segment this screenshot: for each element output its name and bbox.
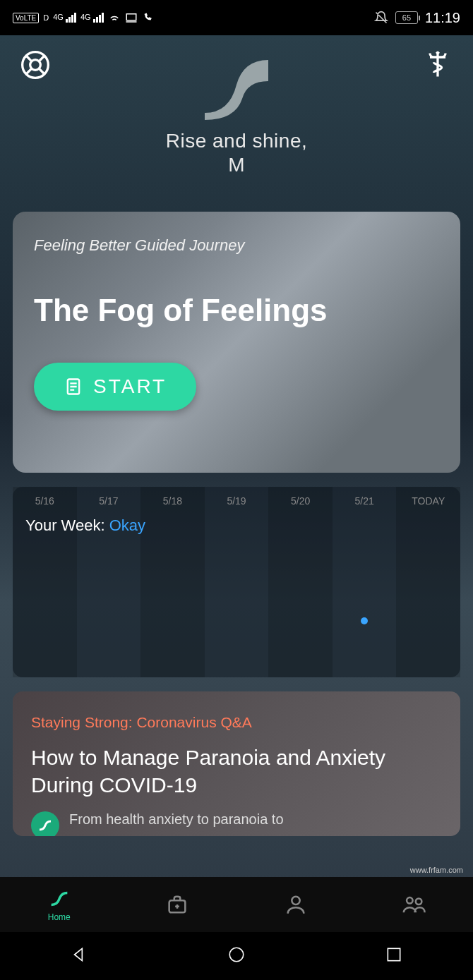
day-col: 5/19 <box>205 487 269 677</box>
net-label-1: 4G <box>53 13 64 21</box>
article-desc: From health anxiety to paranoia to <box>69 811 284 828</box>
circle-home-icon <box>227 945 246 964</box>
volte-badge: VoLTE <box>13 13 39 23</box>
day-col: 5/17 <box>77 487 141 677</box>
home-button[interactable] <box>227 945 246 967</box>
day-col: 5/16 <box>13 487 77 677</box>
triangle-back-icon <box>70 945 88 964</box>
journey-card[interactable]: Feeling Better Guided Journey The Fog of… <box>13 212 460 473</box>
svg-point-8 <box>229 948 244 962</box>
lifebuoy-icon <box>20 49 51 80</box>
nav-home[interactable]: Home <box>0 877 119 932</box>
wifi-icon <box>108 11 121 24</box>
day-col: 5/18 <box>140 487 205 677</box>
d-indicator: D <box>43 13 49 22</box>
svg-point-2 <box>30 60 41 71</box>
day-col: 5/20 <box>268 487 333 677</box>
watermark: www.frfam.com <box>410 866 463 874</box>
status-bar: VoLTE D 4G 4G 65 11:19 <box>0 0 473 35</box>
start-button[interactable]: START <box>34 363 196 411</box>
week-summary: Your Week: Okay <box>25 516 145 535</box>
briefcase-plus-icon <box>165 893 189 917</box>
article-tag: Staying Strong: Coronavirus Q&A <box>31 714 442 731</box>
journey-title: The Fog of Feelings <box>34 294 439 327</box>
help-button[interactable] <box>20 49 51 80</box>
svg-rect-0 <box>126 14 136 20</box>
article-card[interactable]: Staying Strong: Coronavirus Q&A How to M… <box>13 691 460 836</box>
recents-button[interactable] <box>385 945 403 967</box>
svg-rect-9 <box>388 948 400 960</box>
back-button[interactable] <box>70 945 88 967</box>
day-col: 5/21 <box>333 487 397 677</box>
nav-kit[interactable] <box>119 877 237 932</box>
start-label: START <box>93 375 167 398</box>
day-col: TODAY <box>396 487 460 677</box>
clock-time: 11:19 <box>425 10 460 26</box>
svg-point-6 <box>407 897 413 904</box>
app-logo-icon <box>194 49 279 127</box>
medical-button[interactable] <box>422 49 453 80</box>
monitor-icon <box>125 11 138 24</box>
week-card[interactable]: 5/16 5/17 5/18 5/19 5/20 5/21 TODAY Your… <box>13 487 460 677</box>
home-swish-icon <box>47 887 71 911</box>
bell-off-icon <box>374 11 388 25</box>
caduceus-icon <box>422 49 453 80</box>
signal-icon <box>93 13 104 23</box>
svg-point-7 <box>416 899 422 905</box>
greeting-text: Rise and shine, <box>51 130 422 152</box>
people-icon <box>402 893 426 917</box>
nav-profile[interactable] <box>236 877 355 932</box>
person-icon <box>284 893 308 917</box>
square-recents-icon <box>385 945 403 964</box>
mood-dot <box>361 617 368 624</box>
nav-community[interactable] <box>355 877 474 932</box>
greeting-name: M <box>51 154 422 176</box>
android-nav-bar <box>0 932 473 980</box>
bottom-nav: Home <box>0 877 473 932</box>
document-icon <box>64 377 83 397</box>
signal-icon <box>66 13 76 23</box>
battery-icon: 65 <box>395 11 418 24</box>
svg-point-5 <box>292 897 299 905</box>
journey-subtitle: Feeling Better Guided Journey <box>34 236 439 255</box>
article-title: How to Manage Paranoia and Anxiety Durin… <box>31 744 442 799</box>
phone-icon <box>142 11 155 24</box>
nav-home-label: Home <box>48 912 71 922</box>
net-label-2: 4G <box>80 13 91 21</box>
article-source-icon <box>31 811 59 836</box>
